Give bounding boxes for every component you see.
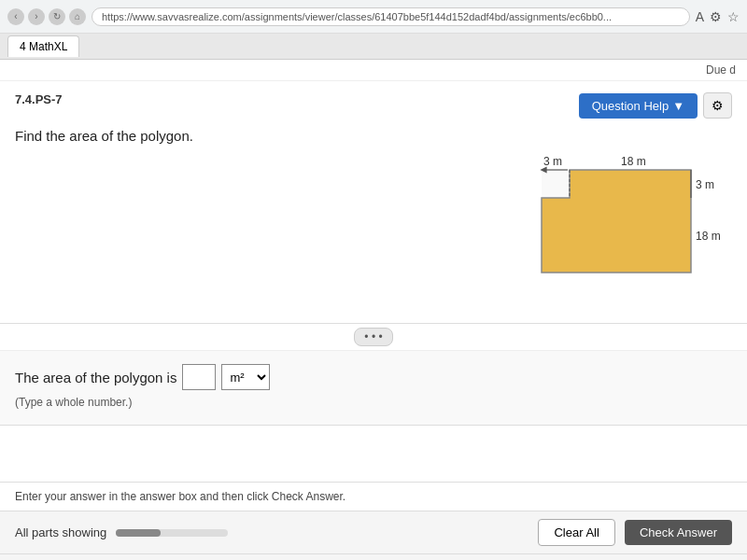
header-right: Question Help ▼ ⚙ xyxy=(579,92,732,119)
parts-label: All parts showing xyxy=(15,525,106,539)
browser-right-icons: A ⚙ ☆ xyxy=(696,9,740,24)
instruction-text: Enter your answer in the answer box and … xyxy=(15,490,345,503)
svg-text:18 m: 18 m xyxy=(696,230,721,243)
question-number: 7.4.PS-7 xyxy=(15,92,63,106)
answer-prefix: The area of the polygon is xyxy=(15,370,176,385)
question-help-button[interactable]: Question Help ▼ xyxy=(579,93,698,119)
footer-bar: All parts showing Clear All Check Answer xyxy=(0,511,747,553)
top-bar: Due d xyxy=(0,60,747,81)
svg-text:3 m: 3 m xyxy=(696,178,714,191)
unit-select[interactable]: m² m cm² xyxy=(221,364,270,390)
gear-icon: ⚙ xyxy=(712,98,724,113)
spacer xyxy=(0,426,747,482)
question-header: 7.4.PS-7 Question Help ▼ ⚙ xyxy=(15,92,732,119)
star-icon[interactable]: ☆ xyxy=(727,9,740,24)
instruction-bar: Enter your answer in the answer box and … xyxy=(0,482,747,511)
gear-settings-button[interactable]: ⚙ xyxy=(703,92,732,119)
browser-nav-icons: ‹ › ↻ ⌂ xyxy=(7,8,86,25)
nav-bar: Review progress Question of 9 ◀ ▶ ← Back… xyxy=(0,553,747,560)
progress-bar-fill xyxy=(116,529,161,537)
browser-bar: ‹ › ↻ ⌂ https://www.savvasrealize.com/as… xyxy=(0,0,747,34)
clear-all-button[interactable]: Clear All xyxy=(538,519,614,546)
svg-text:3 m: 3 m xyxy=(543,155,562,168)
divider-row: • • • xyxy=(0,324,747,351)
settings-icon[interactable]: ⚙ xyxy=(710,9,722,24)
url-text: https://www.savvasrealize.com/assignment… xyxy=(102,11,612,22)
answer-area: The area of the polygon is m² m cm² (Typ… xyxy=(0,351,747,426)
address-bar[interactable]: https://www.savvasrealize.com/assignment… xyxy=(92,7,690,26)
svg-rect-1 xyxy=(542,170,570,198)
progress-bar xyxy=(116,529,228,537)
home-icon[interactable]: ⌂ xyxy=(69,8,86,25)
tab-mathxl[interactable]: 4 MathXL xyxy=(7,35,79,57)
answer-input[interactable] xyxy=(182,364,216,390)
help-button-label: Question Help xyxy=(592,99,669,113)
answer-line: The area of the polygon is m² m cm² xyxy=(15,364,732,390)
profile-icon[interactable]: A xyxy=(696,9,704,24)
hint-text: (Type a whole number.) xyxy=(15,396,732,409)
expand-button[interactable]: • • • xyxy=(354,328,392,346)
forward-nav-icon[interactable]: › xyxy=(28,8,45,25)
tab-bar: 4 MathXL xyxy=(0,34,747,60)
problem-area: 7.4.PS-7 Question Help ▼ ⚙ Find the area… xyxy=(0,81,747,324)
refresh-icon[interactable]: ↻ xyxy=(49,8,65,25)
help-chevron-icon: ▼ xyxy=(672,99,684,113)
polygon-svg: 3 m 18 m 3 m 18 m xyxy=(523,128,728,291)
svg-text:18 m: 18 m xyxy=(621,155,646,168)
back-nav-icon[interactable]: ‹ xyxy=(7,8,24,25)
polygon-diagram: 3 m 18 m 3 m 18 m xyxy=(523,128,728,296)
check-answer-button[interactable]: Check Answer xyxy=(625,520,732,545)
due-date-text: Due d xyxy=(706,63,736,77)
